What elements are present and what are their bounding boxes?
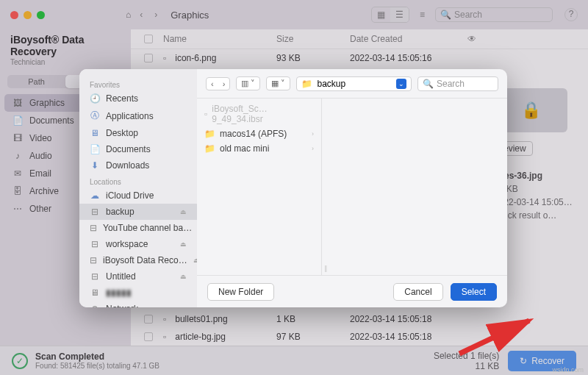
- downloads-icon: ⬇: [90, 160, 100, 171]
- select-button[interactable]: Select: [451, 283, 497, 301]
- eject-icon[interactable]: ⏏: [180, 208, 187, 215]
- drive-icon: ⊟: [90, 207, 100, 217]
- sidebar-item-recents[interactable]: 🕘Recents: [79, 90, 197, 107]
- sidebar-item-icloud[interactable]: ☁iCloud Drive: [79, 188, 197, 204]
- sidebar-item-iboysoft[interactable]: ⊟iBoysoft Data Reco…⏏: [79, 252, 197, 268]
- sidebar-item-desktop[interactable]: 🖥Desktop: [79, 125, 197, 141]
- dialog-footer: New Folder Cancel Select: [197, 275, 507, 307]
- watermark: wsidn.com: [552, 366, 584, 374]
- sidebar-item-applications[interactable]: ⒶApplications: [79, 107, 197, 125]
- sidebar-item-blurred[interactable]: 🖥▮▮▮▮▮: [79, 285, 197, 301]
- forward-button[interactable]: ›: [218, 78, 230, 90]
- search-icon: 🔍: [423, 79, 434, 89]
- back-button[interactable]: ‹: [207, 78, 218, 90]
- sidebar-item-backup[interactable]: ⊟backup⏏: [79, 204, 197, 220]
- file-icon: ▫: [204, 109, 207, 119]
- chevron-right-icon: ›: [312, 130, 314, 138]
- locations-heading: Locations: [79, 174, 197, 188]
- location-popup[interactable]: 📁 backup ⌄: [296, 76, 412, 91]
- cancel-button[interactable]: Cancel: [393, 283, 442, 301]
- sidebar-item-workspace[interactable]: ⊟workspace⏏: [79, 236, 197, 252]
- list-item[interactable]: 📁old mac mini›: [197, 141, 321, 156]
- recents-icon: 🕘: [90, 93, 100, 104]
- sidebar-item-network[interactable]: ⊕Network: [79, 301, 197, 307]
- eject-icon[interactable]: ⏏: [180, 273, 187, 280]
- list-item[interactable]: ▫iBoysoft_Sc…9_49_34.ibsr: [197, 101, 321, 126]
- new-folder-button[interactable]: New Folder: [207, 283, 274, 301]
- column-2: [329, 99, 507, 275]
- desktop-icon: 🖥: [90, 128, 100, 138]
- folder-icon: 📁: [204, 143, 215, 154]
- sidebar-item-documents[interactable]: 📄Documents: [79, 141, 197, 157]
- network-icon: ⊕: [90, 304, 100, 307]
- dialog-sidebar: Favorites 🕘Recents ⒶApplications 🖥Deskto…: [79, 69, 197, 307]
- drive-icon: ⊟: [90, 271, 100, 282]
- save-location-dialog: Favorites 🕘Recents ⒶApplications 🖥Deskto…: [79, 69, 507, 307]
- documents-icon: 📄: [90, 144, 100, 154]
- folder-icon: 📁: [204, 129, 215, 139]
- dialog-search[interactable]: 🔍 Search: [417, 76, 498, 91]
- applications-icon: Ⓐ: [90, 110, 100, 122]
- columns-view-button[interactable]: ▥ ˅: [237, 77, 259, 90]
- nav-group: ‹ ›: [206, 77, 230, 90]
- dialog-toolbar: ‹ › ▥ ˅ ▦ ˅ 📁 backup ⌄ 🔍 Search: [197, 69, 507, 99]
- sidebar-item-youtube[interactable]: ⊟YouTube channel ba…⏏: [79, 220, 197, 236]
- folder-icon: 📁: [301, 79, 312, 89]
- drive-icon: ⊟: [90, 239, 100, 249]
- drive-icon: ⊟: [90, 255, 97, 265]
- sidebar-item-untitled[interactable]: ⊟Untitled⏏: [79, 268, 197, 285]
- sidebar-item-downloads[interactable]: ⬇Downloads: [79, 157, 197, 174]
- group-button[interactable]: ▦ ˅: [267, 77, 290, 90]
- chevron-right-icon: ›: [312, 145, 314, 152]
- column-browser: ▫iBoysoft_Sc…9_49_34.ibsr 📁macos14 (APFS…: [197, 99, 507, 275]
- cloud-icon: ☁: [90, 190, 100, 201]
- chevron-updown-icon: ⌄: [396, 79, 406, 89]
- favorites-heading: Favorites: [79, 76, 197, 90]
- drive-icon: ⊟: [90, 223, 97, 233]
- column-1: ▫iBoysoft_Sc…9_49_34.ibsr 📁macos14 (APFS…: [197, 99, 322, 275]
- list-item[interactable]: 📁macos14 (APFS)›: [197, 126, 321, 141]
- eject-icon[interactable]: ⏏: [180, 240, 187, 248]
- computer-icon: 🖥: [90, 288, 100, 298]
- column-resize-handle[interactable]: ‖: [322, 265, 329, 275]
